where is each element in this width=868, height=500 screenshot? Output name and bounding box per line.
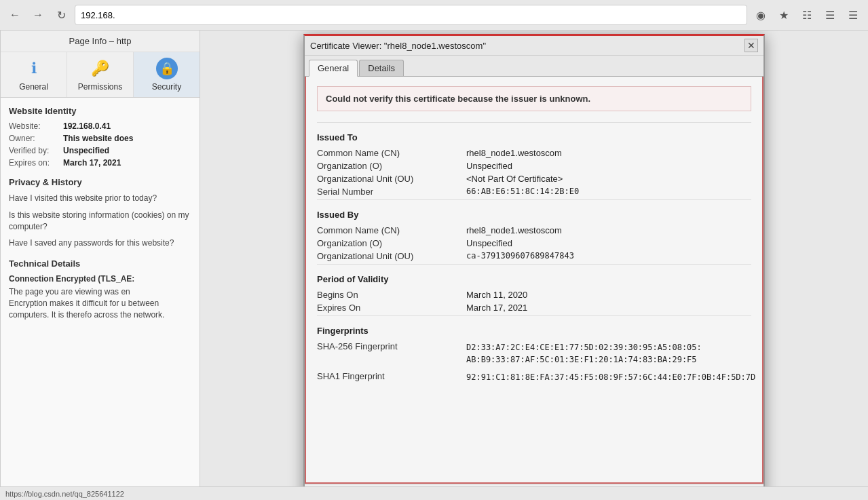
validity-begins-row: Begins On March 11, 2020 <box>317 290 751 300</box>
dialog-footer: Close <box>305 484 763 486</box>
page-info-panel: Page Info – http ℹ General 🔑 Permissions… <box>0 31 200 500</box>
security-icon: 🔒 <box>156 58 178 79</box>
issued-by-cn-value: rhel8_node1.westoscom <box>466 225 562 235</box>
issued-by-cn-row: Common Name (CN) rhel8_node1.westoscom <box>317 225 751 235</box>
verified-by-row: Verified by: Unspecified <box>9 146 191 155</box>
dialog-tab-general[interactable]: General <box>309 60 358 77</box>
owner-row: Owner: This website does <box>9 134 191 143</box>
issued-to-org-value: Unspecified <box>466 161 512 171</box>
privacy-item-3: Have I saved any passwords for this webs… <box>9 237 191 249</box>
dialog-title: Certificate Viewer: "rhel8_node1.westosc… <box>310 41 486 51</box>
star-icon[interactable]: ★ <box>774 5 793 24</box>
validity-expires-value: March 17, 2021 <box>466 303 527 313</box>
website-identity-title: Website Identity <box>9 106 191 116</box>
issued-to-serial-label: Serial Number <box>317 187 466 197</box>
validity-expires-label: Expires On <box>317 303 466 313</box>
cert-warning: Could not verify this certificate becaus… <box>317 86 751 111</box>
issued-to-org-label: Organization (O) <box>317 161 466 171</box>
owner-label: Owner: <box>9 134 63 143</box>
issued-by-cn-label: Common Name (CN) <box>317 225 466 235</box>
issued-to-serial-value: 66:AB:E6:51:8C:14:2B:E0 <box>466 187 579 197</box>
sha256-row: SHA-256 Fingerprint D2:33:A7:2C:E4:CE:E1… <box>317 341 751 366</box>
dialog-tab-details[interactable]: Details <box>359 60 404 76</box>
dialog-tabs: General Details <box>305 56 763 77</box>
tech-details-title: Technical Details <box>9 258 191 269</box>
owner-value: This website does <box>63 134 133 143</box>
issued-by-org-label: Organization (O) <box>317 238 466 248</box>
privacy-item-1: Have I visited this website prior to tod… <box>9 193 191 204</box>
expires-on-label: Expires on: <box>9 158 63 168</box>
website-value: 192.168.0.41 <box>63 121 111 131</box>
privacy-history-section: Privacy & History Have I visited this we… <box>9 177 191 249</box>
issued-to-cn-value: rhel8_node1.westoscom <box>466 148 562 158</box>
expires-on-row: Expires on: March 17, 2021 <box>9 158 191 168</box>
sha256-label: SHA-256 Fingerprint <box>317 341 466 366</box>
issued-by-ou-row: Organizational Unit (OU) ca-379130960768… <box>317 251 751 261</box>
dialog-container: Certificate Viewer: "rhel8_node1.westosc… <box>200 31 868 486</box>
issued-to-ou-row: Organizational Unit (OU) <Not Part Of Ce… <box>317 174 751 184</box>
expires-on-value: March 17, 2021 <box>63 158 121 168</box>
issued-to-cn-row: Common Name (CN) rhel8_node1.westoscom <box>317 148 751 158</box>
verified-by-label: Verified by: <box>9 146 63 155</box>
website-row: Website: 192.168.0.41 <box>9 121 191 131</box>
page-info-tabs: ℹ General 🔑 Permissions 🔒 Security <box>1 52 200 98</box>
website-label: Website: <box>9 121 63 131</box>
tech-connection: Connection Encrypted (TLS_AE: <box>9 274 191 284</box>
browser-toolbar: ← → ↻ ◉ ★ ☷ ☰ ☰ <box>0 0 868 31</box>
tech-details-section: Technical Details Connection Encrypted (… <box>9 258 191 320</box>
validity-title: Period of Validity <box>317 274 751 284</box>
issued-by-ou-label: Organizational Unit (OU) <box>317 251 466 261</box>
permissions-icon: 🔑 <box>90 58 111 79</box>
issued-to-org-row: Organization (O) Unspecified <box>317 161 751 171</box>
tab-security-label: Security <box>152 82 181 92</box>
status-bar: https://blog.csdn.net/qq_825641122 <box>0 486 868 500</box>
sha1-label: SHA1 Fingerprint <box>317 371 466 383</box>
back-button[interactable]: ← <box>5 5 24 24</box>
verified-by-value: Unspecified <box>63 146 109 155</box>
issued-to-cn-label: Common Name (CN) <box>317 148 466 158</box>
sha1-row: SHA1 Fingerprint 92:91:C1:81:8E:FA:37:45… <box>317 371 751 383</box>
page-info-content: Website Identity Website: 192.168.0.41 O… <box>1 98 200 329</box>
forward-button[interactable]: → <box>29 5 48 24</box>
issued-by-org-row: Organization (O) Unspecified <box>317 238 751 248</box>
validity-begins-value: March 11, 2020 <box>466 290 527 300</box>
library-icon[interactable]: ☷ <box>797 5 816 24</box>
issued-to-serial-row: Serial Number 66:AB:E6:51:8C:14:2B:E0 <box>317 187 751 197</box>
status-url: https://blog.csdn.net/qq_825641122 <box>5 490 124 498</box>
fingerprints-title: Fingerprints <box>317 326 751 336</box>
sha256-value: D2:33:A7:2C:E4:CE:E1:77:5D:02:39:30:95:A… <box>466 341 702 366</box>
tab-permissions[interactable]: 🔑 Permissions <box>67 52 134 97</box>
browser-icons: ◉ ★ ☷ ☰ ☰ <box>751 5 863 24</box>
tech-text-1: The page you are viewing was en <box>9 286 191 298</box>
validity-expires-row: Expires On March 17, 2021 <box>317 303 751 313</box>
issued-to-ou-value: <Not Part Of Certificate> <box>466 174 563 184</box>
page-info-title: Page Info – http <box>1 31 200 52</box>
tab-general[interactable]: ℹ General <box>1 52 67 97</box>
tech-text-2: Encryption makes it difficult for u betw… <box>9 298 191 321</box>
pocket-icon[interactable]: ◉ <box>751 5 770 24</box>
issued-to-ou-label: Organizational Unit (OU) <box>317 174 466 184</box>
validity-begins-label: Begins On <box>317 290 466 300</box>
issued-to-title: Issued To <box>317 132 751 142</box>
dialog-close-button[interactable]: ✕ <box>744 39 758 52</box>
issued-by-ou-value: ca-3791309607689847843 <box>466 251 574 261</box>
refresh-button[interactable]: ↻ <box>52 5 71 24</box>
dialog-titlebar: Certificate Viewer: "rhel8_node1.westosc… <box>305 36 763 56</box>
issued-by-title: Issued By <box>317 210 751 220</box>
general-icon: ℹ <box>23 58 45 79</box>
tab-permissions-label: Permissions <box>78 82 122 92</box>
privacy-item-2: Is this website storing information (coo… <box>9 210 191 233</box>
sha1-value: 92:91:C1:81:8E:FA:37:45:F5:08:9F:57:6C:4… <box>466 371 755 383</box>
url-bar[interactable] <box>75 5 747 25</box>
issued-by-org-value: Unspecified <box>466 238 512 248</box>
dialog-body: Could not verify this certificate becaus… <box>305 77 763 484</box>
sidebar-icon[interactable]: ☰ <box>820 5 839 24</box>
menu-icon[interactable]: ☰ <box>844 5 863 24</box>
privacy-history-title: Privacy & History <box>9 177 191 187</box>
tab-general-label: General <box>19 82 48 92</box>
certificate-dialog: Certificate Viewer: "rhel8_node1.westosc… <box>303 34 765 486</box>
tab-security[interactable]: 🔒 Security <box>134 52 200 97</box>
